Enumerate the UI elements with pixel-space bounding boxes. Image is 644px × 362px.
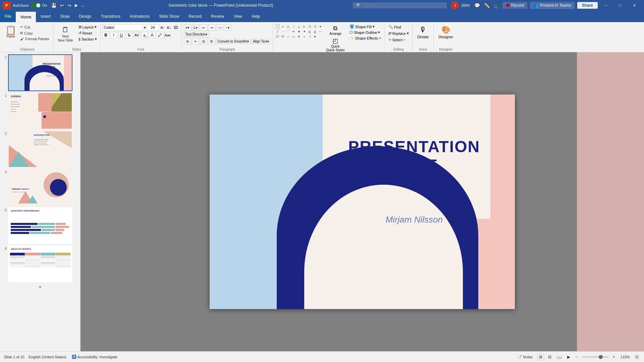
copy-button[interactable]: ⧉ Copy (19, 30, 51, 36)
text-shadow-button[interactable]: A͟ (141, 32, 148, 39)
columns-button[interactable]: ⫶▾ (216, 24, 223, 31)
search-input[interactable] (363, 3, 443, 8)
slide-thumb-3[interactable]: 3 INTRODUCTION Lorem ipsum dolor sit ame… (2, 131, 78, 168)
find-button[interactable]: 🔍 Find (387, 24, 410, 30)
present-teams-button[interactable]: 👥 Present in Teams (530, 2, 575, 9)
slide-thumb-2[interactable]: 2 AGENDA IntroductionFinancial goalsArea… (2, 93, 78, 129)
shape-diamond-icon[interactable]: ◇ (280, 24, 285, 29)
shape-rect-icon[interactable]: □ (275, 24, 280, 29)
zoom-out-button[interactable]: − (574, 354, 579, 360)
slide-thumb-5[interactable]: 5 QUARTERLY PERFORMANCE (2, 207, 78, 244)
shape-pent-icon[interactable]: ⬠ (307, 24, 312, 29)
tab-transitions[interactable]: Transitions (96, 11, 125, 22)
shape-arrow-icon[interactable]: → (280, 29, 285, 34)
shape-callout1-icon[interactable]: 💬 (275, 34, 280, 39)
shape-outline-button[interactable]: ⬡ Shape Outline ▾ (348, 30, 383, 35)
font-size-increase[interactable]: A↑ (160, 24, 165, 31)
tab-design[interactable]: Design (74, 11, 96, 22)
arrange-button[interactable]: ⧉ Arrange (324, 24, 347, 36)
shape-fill-button[interactable]: 🪣 Shape Fill ▾ (348, 24, 383, 29)
shape-star4-icon[interactable]: ✦ (302, 29, 307, 34)
decrease-indent-button[interactable]: ⇐ (200, 24, 207, 31)
shape-moon-icon[interactable]: ☽ (307, 34, 312, 39)
bullets-button[interactable]: ≡▾ (184, 24, 191, 31)
bold-button[interactable]: B (103, 32, 109, 39)
shape-hex-icon[interactable]: ⬡ (313, 24, 317, 29)
cut-button[interactable]: ✂ Cut (19, 24, 51, 30)
tab-insert[interactable]: Insert (36, 11, 55, 22)
accessibility-button[interactable]: ♿ Accessibility: Investigate (70, 354, 119, 360)
tab-file[interactable]: File (0, 11, 16, 22)
shape-bracket-icon[interactable]: [] (313, 29, 317, 34)
font-size-input[interactable] (147, 24, 159, 31)
justify-button[interactable]: ☰ (208, 38, 215, 45)
search-box[interactable]: 🔍 (353, 2, 447, 8)
slide-thumb-6[interactable]: 6 AREAS OF GROWTH (2, 245, 78, 282)
slide-thumb-1[interactable]: 1 PRESENTATIONTITLE Mirjam Nilsson (2, 54, 78, 91)
tab-view[interactable]: View (229, 11, 247, 22)
designer-button[interactable]: 🎨 Designer (436, 24, 456, 40)
text-direction-button[interactable]: Text Direction▾ (184, 32, 209, 37)
shape-heart-icon[interactable]: ♥ (313, 34, 317, 39)
main-slide[interactable]: PRESENTATION TITLE Mirjam Nilsson (210, 95, 515, 309)
dictate-button[interactable]: 🎙 Dictate (415, 24, 431, 40)
zoom-in-button[interactable]: + (611, 354, 616, 360)
save-button[interactable]: 💾 (50, 2, 58, 9)
share-button[interactable]: Share (577, 2, 598, 9)
shape-star5-icon[interactable]: ★ (297, 29, 301, 34)
align-text-button[interactable]: Align Text▾ (251, 39, 271, 44)
shape-callout2-icon[interactable]: 🗨 (280, 34, 285, 39)
font-name-input[interactable] (103, 24, 143, 31)
font-size-decrease[interactable]: A↓ (166, 24, 172, 31)
minimize-button[interactable]: ─ (599, 0, 613, 11)
tab-review[interactable]: Review (206, 11, 229, 22)
shape-cross-icon[interactable]: ✛ (297, 34, 301, 39)
line-spacing-button[interactable]: ↕▾ (224, 24, 231, 31)
shape-arc-icon[interactable]: ⌓ (286, 34, 290, 39)
shape-more-icon[interactable]: ▾ (318, 24, 323, 29)
tab-home[interactable]: Home (16, 11, 36, 22)
case-button[interactable]: Aa▾ (164, 32, 171, 39)
pen-icon[interactable]: ✏️ (482, 2, 492, 9)
strikethrough-button[interactable]: S̶ (126, 32, 132, 39)
smartart-button[interactable]: Convert to SmartArt▾ (216, 39, 251, 44)
slide-thumb-4[interactable]: 4 PRIMARY GOALS Annual revenue growth (2, 169, 78, 206)
tab-animations[interactable]: Animations (125, 11, 154, 22)
present-icon[interactable]: 📺 (492, 2, 501, 9)
slideshow-button[interactable]: ▶ (566, 354, 572, 360)
italic-button[interactable]: I (110, 32, 117, 39)
align-left-button[interactable]: ⊜ (184, 38, 191, 45)
align-right-button[interactable]: ⊟ (200, 38, 207, 45)
shape-curve-icon[interactable]: ⌒ (286, 29, 290, 34)
shape-freeform-icon[interactable]: ✏ (291, 29, 296, 34)
scroll-down-indicator[interactable]: ▼ (2, 284, 78, 291)
paste-button[interactable]: 📋 Paste (3, 24, 18, 40)
tab-help[interactable]: Help (247, 11, 265, 22)
numbering-button[interactable]: 1.▾ (192, 24, 199, 31)
comment-icon[interactable]: 💬 (472, 2, 482, 9)
section-button[interactable]: § Section ▾ (77, 36, 98, 42)
clear-format-button[interactable]: ⌧ (173, 24, 179, 31)
quick-styles-button[interactable]: ◰ Quick Quick Styles (324, 37, 347, 53)
close-button[interactable]: ✕ (627, 0, 641, 11)
increase-indent-button[interactable]: ⇒ (208, 24, 215, 31)
record-button-titlebar[interactable]: Record (503, 2, 527, 9)
shape-effects-button[interactable]: ✨ Shape Effects = (348, 36, 383, 41)
shape-custom-icon[interactable]: ⋯ (318, 29, 323, 34)
underline-button[interactable]: U (118, 32, 125, 39)
slide-subtitle[interactable]: Mirjam Nilsson (323, 215, 506, 225)
reading-view-button[interactable]: 📖 (555, 354, 563, 360)
shape-brace-icon[interactable]: {} (307, 29, 312, 34)
shape-eq-icon[interactable]: = (302, 34, 307, 39)
new-slide-button[interactable]: 🗒 New New Slide (55, 24, 76, 44)
layout-button[interactable]: ⊞ Layout ▾ (77, 24, 98, 30)
shape-rounrect-icon[interactable]: ▢ (286, 24, 290, 29)
shape-line-icon[interactable]: ╱ (275, 29, 280, 34)
autosave-toggle[interactable] (30, 3, 41, 8)
format-painter-button[interactable]: 🖌 Format Painter (19, 36, 51, 42)
redo-button[interactable]: ↪ (66, 2, 73, 9)
present-button-titlebar[interactable]: ▶ (73, 2, 79, 8)
shape-para-icon[interactable]: ▱ (291, 34, 296, 39)
tab-slideshow[interactable]: Slide Show (154, 11, 184, 22)
fit-slide-button[interactable]: ⊡ (634, 354, 640, 360)
